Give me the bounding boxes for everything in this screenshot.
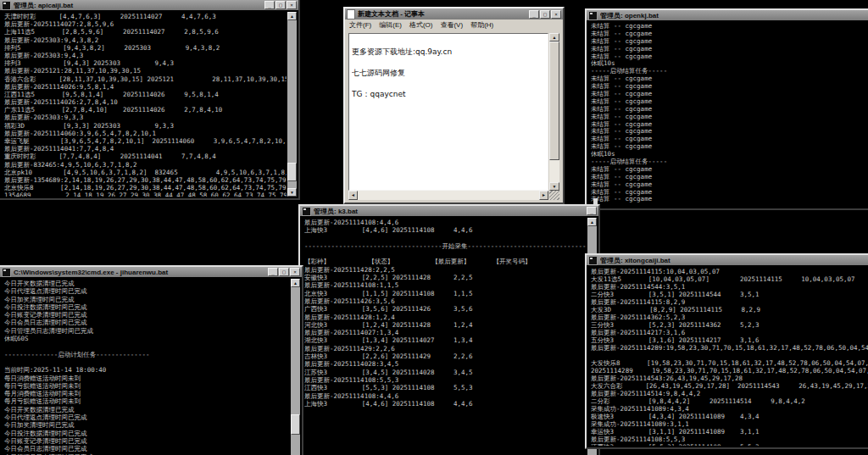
- console-line: 最后更新-20251114362:5,2,3: [591, 314, 868, 321]
- scroll-thumb[interactable]: [287, 163, 297, 181]
- console-line: 未结算 -- cgcgame: [591, 106, 868, 114]
- console-line: 每日消费赠送活动时间未到: [4, 375, 290, 382]
- scroll-up-icon[interactable]: ▲: [549, 33, 559, 42]
- console-line: 今日会员日志清理时间已完成: [4, 445, 290, 452]
- console-area[interactable]: 最后更新-20251114115:10,04,03,05,07大发11选5 [1…: [588, 267, 868, 446]
- console-line: 江西快3 [5,5,3] 20251114108 5,5,3: [304, 384, 587, 391]
- console-area[interactable]: 今日开奖数据清理已完成今日代理返点清理时间已完成今日加奖清理时间已完成今日投注数…: [2, 279, 300, 455]
- maximize-button[interactable]: □: [279, 268, 289, 276]
- titlebar-apicaiji[interactable]: 管理员: apicaiji.bat _ □ ×: [0, 0, 298, 10]
- scroll-right-icon[interactable]: ►: [539, 191, 548, 200]
- close-button[interactable]: ×: [290, 268, 300, 276]
- console-line: 最后更新-2025303:9,3,3: [4, 114, 287, 121]
- console-area[interactable]: 未结算 -- cgcgame未结算 -- cgcgame未结算 -- cgcga…: [588, 22, 868, 207]
- console-line: -----启动结算任务-----: [591, 68, 868, 75]
- console-line: 未结算 -- cgcgame: [591, 83, 868, 91]
- menu-help[interactable]: 帮助(H): [470, 20, 493, 30]
- scroll-left-icon[interactable]: ◄: [348, 191, 358, 200]
- console-line: 北京pk10 [4,9,5,10,6,3,7,1,8,2] 832465 4,9…: [4, 169, 287, 176]
- minimize-button[interactable]: _: [268, 268, 278, 276]
- close-button[interactable]: ×: [551, 10, 561, 19]
- titlebar-xitongcaiji[interactable]: 管理员: xitongcaiji.bat: [587, 255, 868, 265]
- console-line: 今日开奖数据清理已完成: [4, 280, 290, 287]
- console-line: -----启动结算任务-----: [591, 158, 868, 166]
- scroll-up-icon[interactable]: ▲: [291, 279, 300, 287]
- minimize-button[interactable]: _: [529, 10, 539, 19]
- scroll-down-icon[interactable]: ▼: [287, 188, 297, 197]
- notepad-body: 更多资源下载地址:qq.9ay.cn 七七源码网修复 TG：qqaycnet ▲…: [348, 32, 560, 200]
- console-line: 七七源码网修复: [352, 68, 545, 79]
- console-line: 20251114289 19,58,23,30,71,70,15,18,61,3…: [591, 367, 868, 375]
- minimize-button[interactable]: _: [587, 207, 597, 215]
- console-line: 最后更新-20251114289:19,58,23,30,71,70,15,18…: [591, 344, 868, 352]
- console-line: 今日加奖清理时间已完成: [4, 421, 290, 429]
- console-line: 今日投注数据清理时间已完成: [4, 430, 290, 437]
- scrollbar[interactable]: ▲: [291, 279, 300, 455]
- maximize-button[interactable]: □: [275, 1, 286, 9]
- scroll-up-icon[interactable]: ▲: [587, 218, 597, 226]
- menu-file[interactable]: 文件(F): [349, 20, 371, 30]
- window-openkj: 管理员: openkj.bat 未结算 -- cgcgame未结算 -- cgc…: [585, 8, 868, 210]
- scroll-up-icon[interactable]: ▲: [287, 12, 297, 20]
- scrollbar[interactable]: ▲ ▼: [287, 12, 297, 197]
- console-line: 未结算 -- cgcgame: [591, 128, 868, 136]
- titlebar-openkj[interactable]: 管理员: openkj.bat: [587, 10, 868, 20]
- console-line: 今日管理员日志清理时间已完成: [4, 327, 290, 335]
- console-line: 未结算 -- cgcgame: [591, 189, 868, 197]
- window-title: 管理员: openkj.bat: [600, 11, 868, 20]
- close-button[interactable]: ×: [287, 1, 297, 9]
- cmd-icon: [302, 207, 311, 216]
- text-editor[interactable]: 更多资源下载地址:qq.9ay.cn 七七源码网修复 TG：qqaycnet: [348, 33, 548, 191]
- console-line: 极速快3 [4,3,4] 202511141089 4,3,4: [591, 413, 868, 420]
- maximize-button[interactable]: □: [540, 10, 550, 19]
- titlebar-notepad[interactable]: 新建文本文档 - 记事本 _ □ ×: [345, 8, 563, 19]
- console-line: 未结算 -- cgcgame: [591, 75, 868, 83]
- console-line: 最后更新-20251114108:5,5,3: [591, 436, 868, 443]
- vertical-scrollbar[interactable]: ▲ ▼: [549, 33, 559, 191]
- window-title: C:\Windows\system32\cmd.exe - jihuarenwu…: [14, 269, 268, 276]
- console-line: 最后更新-20251114115:10,04,03,05,07: [591, 268, 868, 275]
- console-line: 今日账变记录清理时间已完成: [4, 311, 290, 319]
- console-area[interactable]: 天津时时彩 [4,4,7,6,3] 20251114027 4,4,7,6,3最…: [2, 12, 297, 197]
- menu-format[interactable]: 格式(O): [409, 20, 433, 30]
- horizontal-scrollbar[interactable]: ◄ ►: [348, 191, 548, 200]
- console-line: 香港六合彩 [28,11,37,10,39,30,15] 2025121 28,…: [4, 75, 287, 83]
- console-line: 上海11选5 [2,8,5,9,6] 20251114027 2,8,5,9,6: [4, 28, 287, 36]
- cmd-icon: [588, 11, 598, 20]
- console-line: 未结算 -- cgcgame: [591, 166, 868, 174]
- scroll-thumb[interactable]: [549, 42, 559, 160]
- window-controls: _ □ ×: [529, 10, 561, 19]
- console-line: [352, 36, 545, 47]
- minimize-button[interactable]: _: [264, 1, 275, 9]
- console-line: [304, 250, 587, 258]
- console-line: 最后更新-2025111426:3,5,6: [304, 297, 587, 305]
- window-apicaiji: 管理员: apicaiji.bat _ □ × 天津时时彩 [4,4,7,6,3…: [0, 0, 300, 200]
- console-line: 未结算 -- cgcgame: [591, 31, 868, 38]
- console-line: 最后更新-20251114217:3,1,6: [591, 329, 868, 336]
- window-title: 新建文本文档 - 记事本: [358, 9, 529, 19]
- console-line: 未结算 -- cgcgame: [591, 46, 868, 53]
- titlebar-jihuarenwu[interactable]: C:\Windows\system32\cmd.exe - jihuarenwu…: [0, 267, 302, 277]
- scroll-thumb[interactable]: [291, 414, 300, 435]
- console-line: 今日会员日志清理时间已完成: [4, 319, 290, 326]
- console-output: 最后更新-20251114115:10,04,03,05,07大发11选5 [1…: [591, 268, 868, 446]
- console-line: 今日账变记录清理时间已完成: [4, 437, 290, 445]
- console-line: 每日亏损赠送活动时间未到: [4, 382, 290, 390]
- resize-grip[interactable]: [549, 191, 559, 200]
- titlebar-k3[interactable]: 管理员: k3.bat _: [300, 206, 598, 216]
- console-line: 安徽快3 [2,2,5] 2025111428 2,2,5: [304, 274, 587, 281]
- menu-view[interactable]: 查看(V): [440, 20, 463, 30]
- window-notepad: 新建文本文档 - 记事本 _ □ × 文件(F) 编辑(E) 格式(O) 查看(…: [343, 7, 565, 204]
- menu-edit[interactable]: 编辑(E): [379, 20, 402, 30]
- console-cursor: [593, 198, 598, 204]
- console-line: --------------启动计划任务--------------: [4, 351, 290, 358]
- window-title: 管理员: k3.bat: [314, 207, 587, 216]
- console-line: 大发快乐8 [19,58,23,30,71,70,15,18,61,32,17,…: [591, 359, 868, 367]
- console-line: [352, 57, 545, 68]
- console-area[interactable]: 最后更新-20251114108:4,4,6上海快3 [4,4,6] 20251…: [302, 218, 597, 455]
- console-line: 更多资源下载地址:qq.9ay.cn: [352, 47, 545, 58]
- scroll-down-icon[interactable]: ▼: [549, 182, 559, 191]
- console-line: [591, 352, 868, 359]
- console-line: 最后更新-2025111429:2,2,6: [304, 345, 587, 352]
- console-line: 北京快3 [1,1,5] 20251114108 1,1,5: [304, 290, 587, 297]
